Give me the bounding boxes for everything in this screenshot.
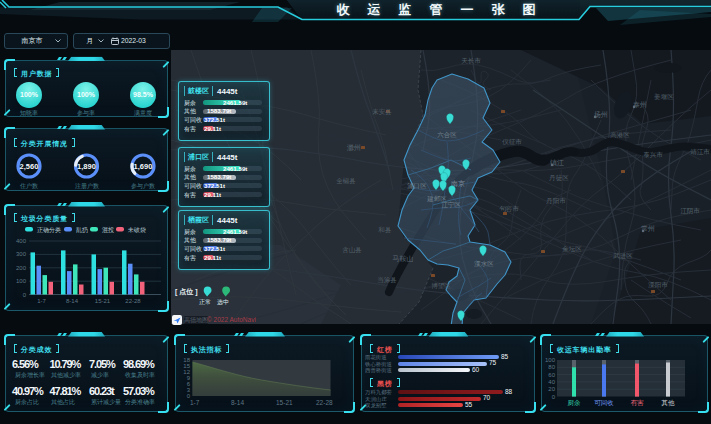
svg-text:溧阳市: 溧阳市 [648, 281, 668, 289]
svg-text:滁州: 滁州 [347, 144, 361, 152]
svg-text:1-7: 1-7 [190, 399, 200, 406]
svg-text:乱扔: 乱扔 [76, 227, 88, 234]
svg-text:镇江: 镇江 [549, 159, 564, 167]
svg-text:天长市: 天长市 [461, 57, 481, 64]
svg-text:溧水区: 溧水区 [474, 260, 494, 268]
svg-text:浦口区: 浦口区 [407, 182, 427, 190]
svg-text:六合区: 六合区 [437, 131, 457, 139]
svg-text:江宁区: 江宁区 [441, 201, 461, 209]
svg-text:80: 80 [548, 364, 555, 370]
svg-text:300: 300 [16, 251, 27, 257]
svg-text:0: 0 [552, 394, 556, 400]
svg-text:当涂县: 当涂县 [377, 276, 397, 284]
svg-text:9: 9 [187, 375, 191, 381]
svg-text:含山县: 含山县 [342, 246, 362, 254]
svg-text:正确分类: 正确分类 [37, 227, 61, 233]
svg-text:句容市: 句容市 [499, 205, 519, 213]
svg-text:常州: 常州 [641, 225, 655, 232]
svg-text:和县: 和县 [378, 226, 393, 233]
svg-text:400: 400 [16, 238, 27, 244]
svg-text:18: 18 [183, 357, 190, 363]
svg-text:全椒县: 全椒县 [336, 177, 356, 184]
svg-text:0: 0 [23, 292, 27, 298]
svg-text:有害: 有害 [631, 399, 645, 407]
svg-text:江阴市: 江阴市 [680, 207, 700, 215]
svg-text:未破袋: 未破袋 [127, 227, 146, 233]
svg-text:马鞍山: 马鞍山 [393, 255, 414, 262]
svg-text:厨余: 厨余 [568, 399, 582, 407]
svg-text:60: 60 [548, 372, 555, 378]
svg-text:15: 15 [183, 363, 190, 369]
svg-text:22-28: 22-28 [125, 298, 141, 304]
svg-text:来安县: 来安县 [372, 108, 392, 115]
svg-text:仪征市: 仪征市 [502, 138, 522, 145]
svg-text:8-14: 8-14 [231, 399, 244, 406]
svg-text:靖江市: 靖江市 [690, 148, 710, 156]
svg-text:丹徒区: 丹徒区 [549, 174, 569, 182]
svg-text:泰兴市: 泰兴市 [643, 151, 663, 159]
svg-text:8-14: 8-14 [66, 298, 79, 304]
svg-text:15-21: 15-21 [95, 298, 111, 304]
svg-text:3: 3 [187, 387, 191, 393]
svg-text:武进区: 武进区 [612, 252, 633, 260]
svg-text:博望区: 博望区 [431, 282, 451, 290]
svg-text:20: 20 [548, 386, 555, 392]
svg-text:1-7: 1-7 [37, 298, 46, 304]
svg-text:高港区: 高港区 [610, 131, 630, 139]
svg-text:姜堰区: 姜堰区 [653, 93, 674, 101]
svg-text:15-21: 15-21 [276, 399, 293, 406]
svg-text:混投: 混投 [102, 226, 114, 234]
svg-text:金坛区: 金坛区 [562, 245, 582, 252]
svg-text:其他: 其他 [661, 399, 676, 407]
svg-text:可回收: 可回收 [594, 399, 614, 406]
svg-text:40: 40 [548, 379, 555, 385]
svg-text:22-28: 22-28 [316, 399, 333, 406]
svg-text:2,560: 2,560 [20, 162, 39, 171]
svg-text:100: 100 [545, 357, 556, 363]
svg-text:100: 100 [16, 278, 27, 284]
svg-text:丹阳市: 丹阳市 [546, 197, 566, 205]
svg-text:1,890: 1,890 [77, 162, 96, 171]
svg-text:200: 200 [16, 265, 27, 271]
svg-text:扬州: 扬州 [594, 111, 608, 119]
svg-text:12: 12 [183, 369, 190, 375]
svg-text:6: 6 [187, 381, 191, 387]
svg-text:1,690: 1,690 [134, 162, 153, 171]
svg-text:泰州: 泰州 [633, 101, 647, 109]
